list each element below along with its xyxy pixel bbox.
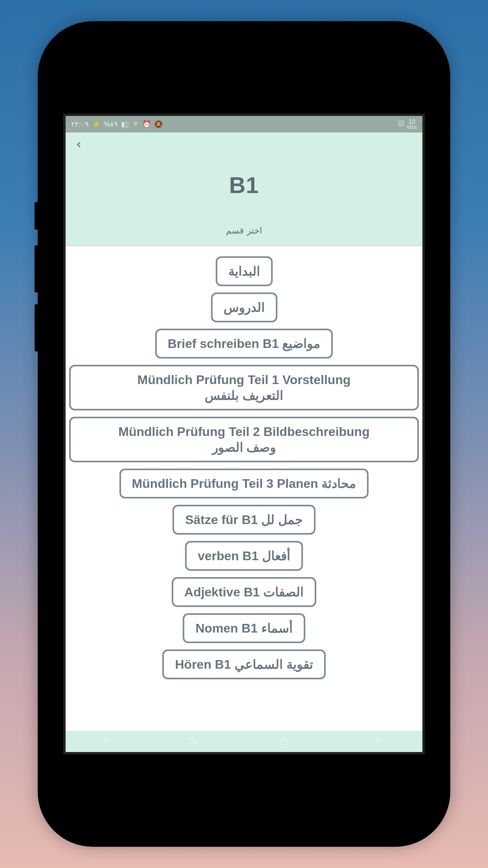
- signal-icon: ▮▯: [121, 120, 129, 129]
- phone-volume-up: [35, 245, 39, 292]
- mute-icon: 🔕: [154, 120, 163, 129]
- section-button[interactable]: Mündlich Prüfung Teil 2 Bildbeschreibung…: [69, 417, 419, 462]
- status-time: ٢٢:٠٩: [71, 120, 89, 129]
- section-label: Adjektive B1 الصفات: [184, 585, 304, 599]
- section-button[interactable]: Hören B1 تقوية السماعي: [162, 649, 325, 679]
- phone-side-button: [35, 202, 39, 230]
- data-rate-unit: KB/s: [407, 125, 417, 130]
- page-subtitle: اختر قسم: [66, 226, 422, 236]
- section-label: verben B1 أفعال: [198, 549, 290, 563]
- section-button[interactable]: Brief schreiben B1 مواضيع: [155, 329, 333, 359]
- section-button[interactable]: Sätze für B1 جمل لل: [172, 505, 316, 535]
- section-label: Brief schreiben B1 مواضيع: [168, 337, 321, 351]
- wifi-icon: [132, 120, 139, 129]
- section-button[interactable]: Mündlich Prüfung Teil 1 Vorstellung التع…: [69, 365, 419, 410]
- data-rate-num: 10: [407, 119, 417, 125]
- svg-point-0: [135, 125, 136, 125]
- charging-icon: ⚡: [92, 120, 101, 129]
- section-label: البداية: [228, 264, 260, 278]
- screen-wrap: ٢٢:٠٩ ⚡ %٨٩ ▮▯ ⏰ 🔕 10 KB/s: [50, 33, 438, 835]
- title-block: B1 اختر قسم: [66, 157, 422, 236]
- data-rate: 10 KB/s: [407, 119, 417, 130]
- section-button[interactable]: الدروس: [211, 292, 277, 322]
- page-title: B1: [66, 172, 422, 198]
- section-button[interactable]: verben B1 أفعال: [185, 541, 303, 571]
- section-label: Nomen B1 أسماء: [195, 621, 292, 635]
- app-header: B1 اختر قسم: [66, 132, 422, 246]
- android-nav-bar: [66, 731, 422, 752]
- status-bar: ٢٢:٠٩ ⚡ %٨٩ ▮▯ ⏰ 🔕 10 KB/s: [66, 116, 422, 132]
- phone-volume-down: [35, 304, 39, 351]
- chevron-left-icon: [75, 141, 83, 149]
- back-button[interactable]: [71, 137, 87, 153]
- svg-rect-1: [399, 121, 404, 126]
- section-button[interactable]: Nomen B1 أسماء: [183, 613, 305, 643]
- download-icon: [398, 120, 405, 129]
- header-bar: [66, 132, 422, 157]
- section-label: Mündlich Prüfung Teil 2 Bildbeschreibung…: [118, 425, 369, 454]
- status-right: 10 KB/s: [398, 119, 417, 130]
- phone-frame: ٢٢:٠٩ ⚡ %٨٩ ▮▯ ⏰ 🔕 10 KB/s: [38, 21, 450, 847]
- status-battery: %٨٩: [104, 120, 118, 129]
- section-label: الدروس: [224, 300, 265, 314]
- section-label: Sätze für B1 جمل لل: [185, 513, 303, 527]
- section-button[interactable]: Mündlich Prüfung Teil 3 Planen محادثة: [119, 469, 369, 498]
- svg-rect-2: [282, 739, 288, 745]
- sections-list: البدايةالدروسBrief schreiben B1 مواضيعMü…: [66, 246, 422, 731]
- nav-dot-icon[interactable]: [105, 739, 108, 743]
- section-label: Mündlich Prüfung Teil 3 Planen محادثة: [132, 476, 356, 491]
- section-label: Hören B1 تقوية السماعي: [175, 657, 313, 671]
- nav-back-button[interactable]: [369, 734, 383, 748]
- section-label: Mündlich Prüfung Teil 1 Vorstellung التع…: [138, 373, 351, 403]
- status-left: ٢٢:٠٩ ⚡ %٨٩ ▮▯ ⏰ 🔕: [71, 120, 163, 129]
- alarm-icon: ⏰: [142, 120, 151, 129]
- section-button[interactable]: البداية: [216, 256, 273, 286]
- nav-recent-button[interactable]: [186, 734, 200, 748]
- nav-home-button[interactable]: [278, 734, 292, 748]
- section-button[interactable]: Adjektive B1 الصفات: [172, 577, 316, 607]
- app-screen: ٢٢:٠٩ ⚡ %٨٩ ▮▯ ⏰ 🔕 10 KB/s: [63, 114, 425, 754]
